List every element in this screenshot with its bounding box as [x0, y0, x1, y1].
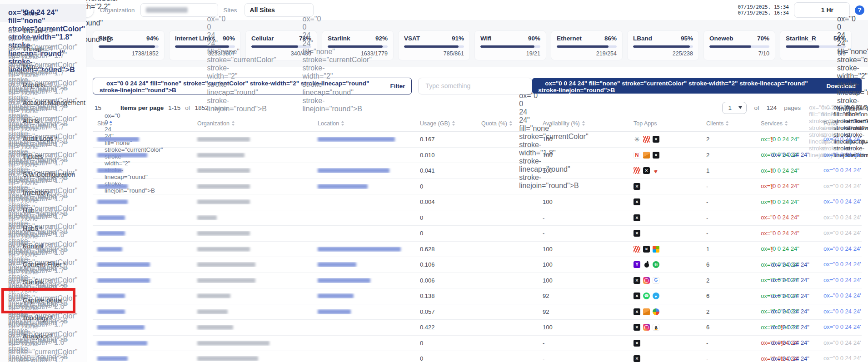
status-card-percent: 70%	[757, 35, 769, 42]
time-range-dropdown[interactable]: 1 Hr ox="0 0 24 24" fill="none" stroke="…	[794, 2, 850, 18]
redacted-link-text[interactable]	[318, 262, 356, 267]
redacted-link-text[interactable]	[97, 293, 125, 298]
sidebar-item-label: Starlink	[23, 278, 44, 286]
sites-dropdown-value: All Sites	[250, 6, 275, 14]
table-row: 0.4221006ox="0 0 24 24" fill="none" stro…	[93, 320, 862, 336]
redacted-link-text[interactable]	[318, 293, 354, 298]
redacted-link-text[interactable]	[97, 341, 147, 346]
sites-dropdown[interactable]: All Sites ox="0 0 24 24" fill="none" str…	[244, 3, 314, 17]
organization-dropdown[interactable]: ox="0 0 24 24" fill="none" stroke="curre…	[140, 3, 218, 17]
cell-services: ox="0 0 24 24" fill="none" stroke="curre…	[756, 183, 819, 190]
cell-services: ox="0 0 24 24" fill="none" stroke="curre…	[756, 245, 819, 253]
redacted-link-text[interactable]	[97, 184, 128, 189]
portal-link-icon[interactable]: ox="0 0 24 24" fill="none" stroke="curre…	[823, 308, 831, 316]
page-size-dropdown[interactable]: 15 ox="0 0 24 24" fill="none" stroke="cu…	[95, 104, 110, 111]
progress-bar-fill	[480, 45, 534, 48]
redacted-link-text[interactable]	[97, 137, 139, 142]
redacted-link-text[interactable]	[318, 278, 370, 283]
cell-site	[93, 278, 193, 283]
redacted-link-text[interactable]	[97, 262, 150, 267]
redacted-link-text[interactable]	[97, 168, 122, 173]
whatsapp-app-icon	[643, 293, 650, 299]
portal-link-icon[interactable]: ox="0 0 24 24" fill="none" stroke="curre…	[823, 245, 831, 253]
help-icon[interactable]: ?	[855, 5, 864, 15]
of-label: of	[185, 104, 190, 111]
redacted-link-text[interactable]	[97, 309, 125, 314]
redacted-text	[197, 356, 258, 361]
previous-page-icon[interactable]: ox="0 0 24 24" fill="none" stroke="curre…	[821, 104, 829, 112]
redacted-link-text[interactable]	[97, 278, 150, 283]
redacted-link-text[interactable]	[318, 247, 401, 252]
cell-site	[93, 293, 193, 298]
orange-box-app-icon	[643, 152, 650, 159]
redacted-link-text[interactable]	[97, 231, 125, 236]
table-row: 0.1671002ox="0 0 24 24" fill="none" stro…	[93, 132, 862, 148]
status-card-oneweb: Oneweb70%7/10	[703, 30, 775, 60]
redacted-link-text[interactable]	[318, 137, 395, 142]
cell-top-apps	[629, 308, 702, 315]
column-header-label: Clients	[706, 120, 723, 127]
column-header-label: Usage (GB)	[420, 120, 450, 127]
cell-availability: -	[538, 183, 629, 190]
cell-organization	[193, 356, 313, 361]
portal-link-icon[interactable]: ox="0 0 24 24" fill="none" stroke="curre…	[823, 292, 831, 300]
redacted-link-text[interactable]	[97, 325, 145, 330]
portal-card-icon: ox="0 0 24 24" fill="none" stroke="curre…	[771, 339, 778, 347]
current-page-dropdown[interactable]: 1	[722, 102, 747, 114]
column-header-organization[interactable]: Organization	[193, 120, 313, 127]
redacted-link-text[interactable]	[318, 309, 351, 314]
service-down-icon: ox="0 0 24 24" fill="none" stroke="curre…	[761, 339, 768, 347]
sidebar-item-sites[interactable]: ox="0 0 24 24" fill="none" stroke="curre…	[0, 4, 86, 22]
redacted-link-text[interactable]	[97, 215, 125, 220]
column-header-location[interactable]: Location	[313, 120, 415, 127]
download-button[interactable]: ox="0 0 24 24" fill="none" stroke="curre…	[532, 78, 862, 94]
status-card-top: Ethernet86%	[557, 35, 617, 42]
cell-location	[313, 184, 415, 189]
service-up-icon: ox="0 0 24 24" fill="none" stroke="curre…	[761, 324, 768, 331]
portal-link-icon[interactable]: ox="0 0 24 24" fill="none" stroke="curre…	[823, 151, 831, 159]
sidebar-item-label: Trends	[23, 27, 43, 35]
column-header-site[interactable]: Site	[93, 120, 193, 127]
column-header-clients[interactable]: Clients	[702, 120, 756, 127]
portal-link-icon: ox="0 0 24 24" fill="none" stroke="curre…	[823, 355, 831, 362]
cell-usage: 0.106	[415, 261, 477, 268]
portal-link-icon[interactable]: ox="0 0 24 24" fill="none" stroke="curre…	[823, 261, 831, 268]
alert-icon: !	[781, 339, 783, 347]
sidebar-item-label: S/W Configuration	[23, 171, 75, 178]
portal-link-icon[interactable]: ox="0 0 24 24" fill="none" stroke="curre…	[823, 323, 831, 331]
cell-portal: ox="0 0 24 24" fill="none" stroke="curre…	[819, 151, 861, 159]
cell-location	[313, 293, 415, 298]
redacted-link-text[interactable]	[97, 356, 128, 361]
cell-clients: 6	[702, 293, 756, 299]
redacted-link-text[interactable]	[318, 184, 368, 189]
redacted-link-text[interactable]	[97, 199, 128, 204]
redacted-link-text[interactable]	[97, 247, 122, 252]
redacted-link-text[interactable]	[97, 153, 147, 158]
service-up-icon: ox="0 0 24 24" fill="none" stroke="curre…	[761, 293, 768, 300]
alert-icon: !	[771, 198, 773, 206]
progress-bar	[633, 45, 693, 48]
column-header-usage-gb[interactable]: Usage (GB)	[415, 120, 477, 127]
cell-site	[93, 215, 193, 220]
topology-icon: ox="0 0 24 24" fill="none" stroke="curre…	[8, 314, 17, 322]
service-up-icon: ox="0 0 24 24" fill="none" stroke="curre…	[761, 151, 768, 159]
portal-link-icon[interactable]: ox="0 0 24 24" fill="none" stroke="curre…	[823, 198, 831, 206]
redacted-text	[197, 199, 250, 204]
search-input[interactable]	[424, 82, 519, 90]
redacted-link-text[interactable]	[318, 168, 389, 173]
column-header-services[interactable]: Services	[756, 120, 819, 127]
column-header-availability[interactable]: Availability (%)	[538, 120, 629, 127]
portal-link-icon[interactable]: ox="0 0 24 24" fill="none" stroke="curre…	[823, 167, 831, 174]
cell-clients: 2	[702, 136, 756, 143]
portal-link-icon[interactable]: ox="0 0 24 24" fill="none" stroke="curre…	[823, 277, 831, 284]
first-page-icon[interactable]: ox="0 0 24 24" fill="none" stroke="curre…	[809, 104, 817, 112]
column-header-quota[interactable]: Quota (%)	[477, 120, 538, 127]
progress-bar	[709, 45, 769, 48]
status-card-top: Starlink92%	[328, 35, 388, 42]
cell-services: ox="0 0 24 24" fill="none" stroke="curre…	[756, 324, 819, 331]
cell-services: ox="0 0 24 24" fill="none" stroke="curre…	[756, 293, 819, 300]
portal-link-icon: ox="0 0 24 24" fill="none" stroke="curre…	[823, 214, 831, 222]
search-icon[interactable]: ox="0 0 24 24" fill="none" stroke="curre…	[519, 82, 527, 90]
sidebar-item-label: Analytics *	[23, 332, 53, 340]
portal-link-icon[interactable]: ox="0 0 24 24" fill="none" stroke="curre…	[823, 135, 831, 143]
